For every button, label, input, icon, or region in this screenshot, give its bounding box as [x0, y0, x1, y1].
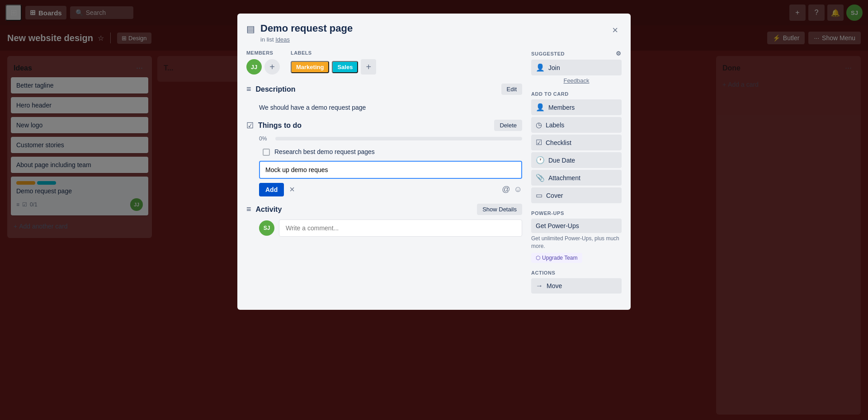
members-sidebar-button[interactable]: 👤 Members — [531, 99, 622, 115]
labels-icon: ◷ — [536, 121, 542, 129]
description-edit-button[interactable]: Edit — [501, 84, 522, 95]
activity-title: Activity — [256, 205, 282, 214]
suggested-gear-icon[interactable]: ⚙ — [616, 50, 622, 57]
checklist-add-item: Add × @ ☺ — [246, 161, 522, 196]
upgrade-icon: ⬡ — [536, 255, 540, 261]
checklist-section: ☑ Things to do Delete 0% Research bes — [246, 120, 522, 196]
due-date-icon: 🕐 — [536, 156, 545, 164]
feedback-link[interactable]: Feedback — [531, 77, 622, 84]
modal-header-icon: ▤ — [246, 23, 255, 34]
labels-sidebar-label: Labels — [546, 121, 564, 129]
add-checklist-item-input[interactable] — [259, 161, 522, 179]
activity-input-row: SJ — [246, 219, 522, 237]
modal-header-content: Demo request page in list Ideas — [260, 23, 603, 43]
cover-button[interactable]: ▭ Cover — [531, 187, 622, 203]
labels-label: LABELS — [291, 50, 376, 56]
add-item-extra: @ ☺ — [502, 185, 522, 194]
checklist-progress-bar-bg — [275, 137, 522, 140]
power-ups-section: POWER-UPS Get Power-Ups Get unlimited Po… — [531, 210, 622, 263]
checklist-sidebar-button[interactable]: ☑ Checklist — [531, 135, 622, 150]
modal-list-name[interactable]: Ideas — [275, 36, 290, 43]
modal-subtitle: in list Ideas — [260, 36, 603, 43]
checklist-item-0[interactable]: Research best demo request pages ··· — [259, 145, 522, 159]
modal-close-button[interactable]: × — [609, 23, 622, 38]
due-date-button[interactable]: 🕐 Due Date — [531, 152, 622, 168]
checklist-item-text-0: Research best demo request pages — [274, 148, 505, 155]
modal-header: ▤ Demo request page in list Ideas × — [237, 14, 631, 43]
checklist-items: Research best demo request pages ··· — [246, 145, 522, 159]
checklist-sidebar-label: Checklist — [546, 139, 571, 146]
move-icon: → — [536, 282, 543, 290]
checklist-progress-percent: 0% — [259, 135, 272, 142]
suggested-title: SUGGESTED ⚙ — [531, 50, 622, 57]
move-button[interactable]: → Move — [531, 278, 622, 294]
get-power-ups-label: Get Power-Ups — [536, 222, 579, 229]
modal-title: Demo request page — [260, 23, 603, 34]
add-to-card-section: ADD TO CARD 👤 Members ◷ Labels ☑ Checkli… — [531, 91, 622, 203]
suggested-section: SUGGESTED ⚙ 👤 Join Feedback — [531, 50, 622, 84]
members-sidebar-label: Members — [548, 104, 575, 111]
activity-user-avatar: SJ — [259, 220, 274, 236]
add-label-button[interactable]: + — [361, 59, 376, 75]
labels-section: LABELS Marketing Sales + — [291, 50, 376, 75]
activity-section: ≡ Activity Show Details SJ — [246, 204, 522, 237]
power-ups-title: POWER-UPS — [531, 210, 622, 216]
checklist-progress-bar-wrap: 0% — [246, 135, 522, 142]
modal-main: MEMBERS JJ + LABELS Marketing Sales + — [246, 50, 531, 301]
cover-icon: ▭ — [536, 191, 542, 200]
add-member-button[interactable]: + — [264, 59, 280, 75]
actions-section: ACTIONS → Move — [531, 270, 622, 294]
join-icon: 👤 — [536, 63, 545, 72]
checklist-title: Things to do — [258, 121, 302, 130]
move-label: Move — [547, 282, 562, 289]
due-date-label: Due Date — [548, 157, 575, 164]
attachment-button[interactable]: 📎 Attachment — [531, 170, 622, 186]
members-section: MEMBERS JJ + — [246, 50, 280, 75]
show-details-button[interactable]: Show Details — [477, 204, 522, 215]
modal-overlay: ▤ Demo request page in list Ideas × MEMB… — [0, 0, 868, 420]
comment-input[interactable] — [279, 219, 522, 237]
add-item-actions: Add × @ ☺ — [259, 182, 522, 196]
description-title: Description — [256, 85, 296, 93]
join-button[interactable]: 👤 Join — [531, 60, 622, 75]
members-icon: 👤 — [536, 103, 545, 112]
get-power-ups-button[interactable]: Get Power-Ups — [531, 219, 622, 233]
activity-section-header: ≡ Activity Show Details — [246, 204, 522, 215]
upgrade-label: Upgrade Team — [542, 255, 578, 261]
checklist-sidebar-icon: ☑ — [536, 138, 542, 147]
checklist-delete-button[interactable]: Delete — [494, 120, 522, 131]
member-avatar-jj[interactable]: JJ — [246, 59, 262, 75]
label-sales-tag[interactable]: Sales — [332, 61, 358, 73]
at-mention-button[interactable]: @ — [502, 185, 510, 194]
join-label: Join — [548, 64, 560, 71]
label-marketing-tag[interactable]: Marketing — [291, 61, 329, 73]
add-checklist-item-button[interactable]: Add — [259, 183, 284, 196]
card-meta-row: MEMBERS JJ + LABELS Marketing Sales + — [246, 50, 522, 75]
power-ups-desc: Get unlimited Power-Ups, plus much more. — [531, 235, 622, 250]
card-modal: ▤ Demo request page in list Ideas × MEMB… — [237, 14, 631, 310]
add-to-card-title: ADD TO CARD — [531, 91, 622, 97]
attachment-icon: 📎 — [536, 173, 545, 182]
checklist-section-header: ☑ Things to do Delete — [246, 120, 522, 131]
upgrade-team-button[interactable]: ⬡ Upgrade Team — [531, 253, 582, 263]
cancel-add-item-button[interactable]: × — [288, 182, 297, 196]
modal-list-prefix: in list — [260, 36, 274, 43]
emoji-button[interactable]: ☺ — [514, 185, 522, 194]
description-text: We should have a demo request page — [246, 99, 522, 120]
description-section-header: ≡ Description Edit — [246, 84, 522, 95]
members-label: MEMBERS — [246, 50, 280, 56]
actions-title: ACTIONS — [531, 270, 622, 275]
cover-label: Cover — [546, 192, 563, 199]
activity-icon: ≡ — [246, 205, 251, 214]
modal-sidebar: SUGGESTED ⚙ 👤 Join Feedback ADD TO CARD — [531, 50, 622, 301]
description-icon: ≡ — [246, 84, 251, 94]
meta-labels: Marketing Sales + — [291, 59, 376, 75]
labels-sidebar-button[interactable]: ◷ Labels — [531, 117, 622, 133]
checklist-icon: ☑ — [246, 121, 254, 131]
attachment-label: Attachment — [548, 174, 580, 182]
modal-body: MEMBERS JJ + LABELS Marketing Sales + — [237, 43, 631, 310]
meta-members: JJ + — [246, 59, 280, 75]
checklist-checkbox-0[interactable] — [263, 149, 270, 156]
